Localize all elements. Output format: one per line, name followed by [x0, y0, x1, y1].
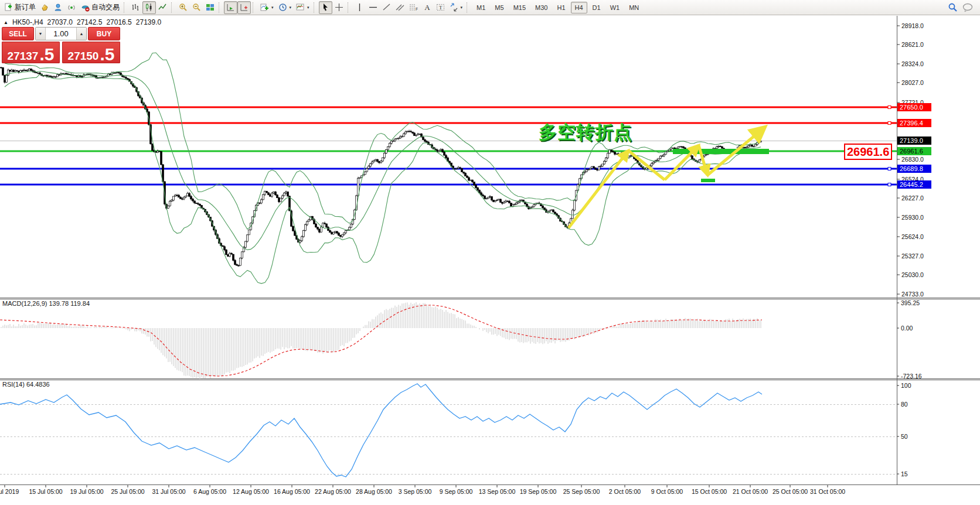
new-order-icon — [4, 3, 13, 12]
timeframe-button-h4[interactable]: H4 — [571, 2, 587, 13]
cursor-icon — [321, 3, 330, 12]
timeframe-button-m30[interactable]: M30 — [531, 2, 552, 13]
zoom-out-button[interactable] — [190, 1, 203, 14]
date-label: 28 Aug 05:00 — [356, 488, 392, 495]
line-handle[interactable] — [888, 168, 891, 170]
line-chart-icon — [158, 3, 167, 12]
indicators-button[interactable]: ▾ — [258, 1, 276, 14]
new-order-label: 新订单 — [15, 2, 36, 12]
tile-windows-button[interactable] — [203, 1, 217, 14]
buy-button[interactable]: BUY — [88, 27, 120, 40]
line-handle[interactable] — [888, 122, 891, 125]
timeframe-button-mn[interactable]: MN — [625, 2, 643, 13]
date-label: 15 Oct 05:00 — [692, 488, 727, 495]
fibonacci-icon: F — [409, 3, 418, 12]
sell-price-display[interactable]: 27137 .5 — [2, 42, 60, 63]
date-label: 3 Sep 05:00 — [399, 488, 432, 495]
crosshair-tool-button[interactable] — [332, 1, 346, 14]
price-axis-tick: 26830.0 — [901, 156, 924, 163]
volume-decrease-button[interactable]: ▼ — [36, 28, 46, 40]
date-label: 25 Jul 05:00 — [111, 488, 144, 495]
ohlc-open: 27037.0 — [47, 18, 73, 26]
timeframe-button-d1[interactable]: D1 — [588, 2, 605, 13]
timeframe-button-h1[interactable]: H1 — [553, 2, 569, 13]
fibonacci-tool-button[interactable]: F — [407, 1, 420, 14]
date-label: 22 Aug 05:00 — [315, 488, 351, 495]
auto-scroll-icon — [226, 3, 235, 12]
rsi-label: RSI(14) 64.4836 — [2, 381, 50, 388]
search-icon[interactable] — [948, 2, 958, 12]
date-label: 21 Oct 05:00 — [733, 488, 768, 495]
periods-clock-icon — [278, 3, 287, 12]
templates-icon — [296, 3, 305, 12]
buy-price-display[interactable]: 27150 .5 — [62, 42, 120, 63]
horizontal-line-tool-button[interactable] — [366, 1, 380, 14]
auto-scroll-button[interactable] — [224, 1, 237, 14]
date-label: 9 Oct 05:00 — [651, 488, 683, 495]
timeframe-group: M1M5M15M30H1H4D1W1MN — [472, 2, 644, 13]
indicator-axis-tick: 100 — [901, 382, 911, 389]
templates-button[interactable]: ▾ — [294, 1, 312, 14]
timeframe-button-m1[interactable]: M1 — [472, 2, 489, 13]
indicator-axis-tick: 80 — [901, 401, 908, 408]
trendline-tool-button[interactable] — [380, 1, 393, 14]
candlestick-mode-button[interactable] — [142, 1, 156, 14]
periods-button[interactable]: ▾ — [276, 1, 294, 14]
bar-chart-icon — [131, 3, 140, 12]
price-axis-tick: 25030.0 — [901, 271, 924, 278]
date-label: 13 Sep 05:00 — [479, 488, 516, 495]
indicator-axis-tick: -723.16 — [901, 373, 922, 380]
toolbar-separator — [219, 2, 222, 13]
date-label: 6 Aug 05:00 — [193, 488, 226, 495]
volume-increase-button[interactable]: ▲ — [76, 28, 86, 40]
zoom-in-button[interactable] — [176, 1, 190, 14]
chart-ohlc-header: ▲ HK50-,H4 27037.0 27142.5 27016.5 27139… — [4, 18, 161, 26]
volume-input[interactable] — [46, 28, 76, 40]
channel-tool-button[interactable] — [393, 1, 407, 14]
ohlc-high: 27142.5 — [77, 18, 102, 26]
date-label: 9 Jul 2019 — [0, 488, 19, 495]
arrows-tool-button[interactable]: ▾ — [447, 1, 465, 14]
timeframe-button-w1[interactable]: W1 — [606, 2, 624, 13]
line-handle[interactable] — [888, 106, 891, 109]
vertical-line-tool-button[interactable] — [353, 1, 366, 14]
chart-shift-button[interactable] — [237, 1, 251, 14]
label-tool-button[interactable]: T — [434, 1, 447, 14]
text-tool-button[interactable]: A — [420, 1, 434, 14]
sell-button[interactable]: SELL — [2, 27, 34, 40]
line-handle[interactable] — [888, 183, 891, 186]
signals-icon — [67, 3, 76, 12]
timeframe-button-m15[interactable]: M15 — [509, 2, 530, 13]
price-axis-tick: 26227.0 — [901, 195, 924, 202]
arrow-objects-icon — [450, 3, 458, 12]
signals-button[interactable] — [65, 1, 79, 14]
axis-price-label-text: 26961.6 — [900, 148, 923, 155]
bar-chart-mode-button[interactable] — [129, 1, 142, 14]
price-axis-tick: 28621.0 — [901, 41, 924, 48]
crosshair-icon — [335, 3, 343, 12]
axis-price-label-text: 27650.0 — [900, 104, 923, 111]
axis-price-label-text: 26445.2 — [900, 181, 923, 188]
date-label: 19 Jul 05:00 — [70, 488, 103, 495]
chart-canvas[interactable]: 28918.028621.028324.028027.027721.026830… — [0, 0, 980, 505]
dropdown-caret-icon: ▾ — [461, 5, 463, 10]
dropdown-caret-icon: ▾ — [307, 5, 309, 10]
timeframe-button-m5[interactable]: M5 — [491, 2, 508, 13]
line-chart-mode-button[interactable] — [156, 1, 169, 14]
date-label: 31 Jul 05:00 — [152, 488, 185, 495]
highlight-bar — [701, 179, 715, 182]
svg-text:F: F — [416, 7, 418, 11]
dropdown-caret-icon: ▾ — [271, 5, 274, 10]
sell-price-fraction: .5 — [39, 47, 54, 62]
community-icon — [54, 3, 63, 12]
horizontal-line-icon — [369, 3, 377, 12]
candlestick-icon — [145, 3, 154, 12]
community-button[interactable] — [52, 1, 65, 14]
date-label: 2 Oct 05:00 — [609, 488, 641, 495]
market-button[interactable] — [38, 1, 52, 14]
cursor-tool-button[interactable] — [319, 1, 332, 14]
chat-icon[interactable] — [962, 3, 974, 12]
new-order-button[interactable]: 新订单 — [2, 1, 38, 14]
price-tag-annotation: 26961.6 — [844, 144, 892, 160]
auto-trading-button[interactable]: 自动交易 — [79, 1, 122, 14]
